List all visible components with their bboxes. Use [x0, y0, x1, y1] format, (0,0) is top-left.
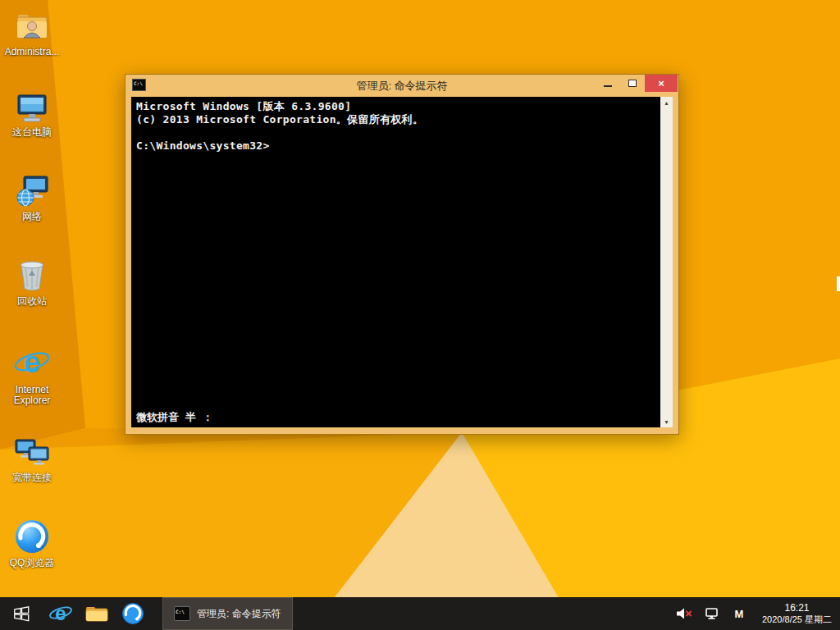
terminal-line: (c) 2013 Microsoft Corporation。保留所有权利。	[136, 113, 655, 126]
desktop-icon-label: Administra...	[5, 47, 60, 57]
desktop-icon-broadband[interactable]: 宽带连接	[1, 436, 63, 483]
desktop-icon-label: 回收站	[17, 296, 47, 307]
terminal-line	[136, 126, 655, 139]
terminal-output: Microsoft Windows [版本 6.3.9600] (c) 2013…	[131, 97, 660, 156]
desktop-icon-recycle-bin[interactable]: 回收站	[1, 258, 63, 307]
taskbar-ie-button[interactable]: e	[43, 597, 79, 630]
desktop-icon-qq-browser[interactable]: QQ浏览器	[1, 518, 63, 568]
minimize-button[interactable]	[596, 75, 620, 92]
desktop-icon-label: 宽带连接	[12, 472, 52, 483]
network-icon[interactable]	[705, 607, 719, 620]
cmd-window: C:\ 管理员: 命令提示符 × Microsoft Windows [版本 6…	[125, 74, 679, 435]
desktop-icon-administrator[interactable]: Administra...	[1, 8, 63, 57]
taskbar-clock[interactable]: 16:21 2020/8/25 星期二	[759, 602, 832, 625]
desktop-icon-network[interactable]: 网络	[1, 173, 63, 222]
computer-icon	[15, 90, 49, 125]
taskbar-qq-browser-button[interactable]	[115, 597, 151, 630]
scrollbar[interactable]: ▲ ▼	[660, 97, 673, 427]
clock-time: 16:21	[784, 602, 809, 614]
network-icon	[14, 173, 50, 209]
desktop-icon-internet-explorer[interactable]: e Internet Explorer	[1, 345, 63, 406]
ie-icon: e	[13, 345, 51, 382]
start-button[interactable]	[0, 597, 43, 630]
clock-date: 2020/8/25 星期二	[762, 614, 832, 625]
task-button-label: 管理员: 命令提示符	[197, 607, 281, 621]
cmd-icon: C:\	[174, 606, 190, 621]
ime-status: 微软拼音 半 ：	[136, 410, 213, 425]
maximize-button[interactable]	[620, 75, 645, 92]
ie-icon: e	[48, 601, 73, 626]
maximize-icon	[628, 80, 637, 87]
close-button[interactable]: ×	[645, 75, 678, 92]
input-method-indicator[interactable]: M	[732, 608, 746, 620]
folder-icon	[85, 604, 108, 623]
desktop-icon-label: Internet Explorer	[2, 385, 62, 406]
desktop-icon-this-pc[interactable]: 这台电脑	[1, 90, 63, 138]
terminal-line: Microsoft Windows [版本 6.3.9600]	[136, 100, 655, 113]
desktop-icon-label: 这台电脑	[12, 127, 52, 138]
windows-logo-icon	[12, 605, 30, 623]
scroll-up-icon[interactable]: ▲	[660, 97, 673, 108]
taskbar: e C:\ 管理员: 命令提示符	[0, 597, 840, 630]
taskbar-cmd-task-button[interactable]: C:\ 管理员: 命令提示符	[162, 597, 293, 630]
svg-text:e: e	[55, 602, 66, 624]
qq-browser-icon	[121, 602, 144, 625]
broadband-icon	[14, 436, 50, 470]
volume-muted-icon[interactable]	[676, 607, 692, 620]
screen-edge-artifact	[837, 276, 840, 291]
title-bar[interactable]: C:\ 管理员: 命令提示符 ×	[126, 75, 678, 97]
user-folder-icon	[15, 8, 49, 44]
scroll-down-icon[interactable]: ▼	[660, 416, 673, 427]
minimize-icon	[604, 85, 612, 87]
recycle-bin-icon	[15, 258, 49, 294]
taskbar-explorer-button[interactable]	[79, 597, 115, 630]
system-tray: M 16:21 2020/8/25 星期二	[676, 597, 840, 630]
desktop-icon-label: 网络	[22, 212, 42, 222]
qq-browser-icon	[13, 518, 51, 555]
desktop-icon-label: QQ浏览器	[10, 558, 55, 568]
terminal-prompt: C:\Windows\system32>	[136, 139, 655, 153]
svg-text:e: e	[24, 345, 40, 379]
terminal[interactable]: Microsoft Windows [版本 6.3.9600] (c) 2013…	[131, 97, 673, 427]
